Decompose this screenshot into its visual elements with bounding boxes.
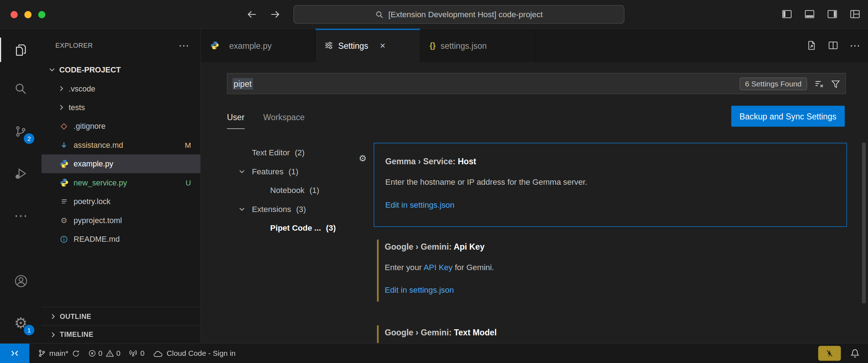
git-file-icon: [59, 122, 69, 131]
split-editor-icon[interactable]: [828, 41, 838, 51]
backup-sync-settings-button[interactable]: Backup and Sync Settings: [731, 106, 845, 127]
tab-settings[interactable]: Settings ×: [316, 29, 421, 62]
close-tab-icon[interactable]: ×: [380, 41, 385, 50]
explorer-header: EXPLORER ⋯: [55, 39, 189, 52]
settings-search-input[interactable]: pipet 6 Settings Found: [227, 73, 846, 94]
notifications-bell-icon[interactable]: [850, 349, 860, 358]
toggle-panel-icon[interactable]: [804, 9, 815, 19]
search-icon: [375, 10, 383, 19]
source-control-icon[interactable]: 2: [0, 118, 42, 145]
scope-tab-workspace[interactable]: Workspace: [263, 105, 304, 129]
git-status-badge: U: [186, 179, 191, 187]
extension-host-profile-item[interactable]: [818, 346, 841, 361]
window-title: [Extension Development Host] code-projec…: [388, 10, 543, 19]
tree-root-folder[interactable]: CODE-PROJECT: [42, 60, 201, 79]
tree-item-readme-md[interactable]: README.md: [42, 230, 201, 248]
setting-description: Enter the hostname or IP address for the…: [385, 176, 846, 188]
settings-body: Text Editor(2) Features(1) Notebook(1) E…: [201, 143, 868, 343]
lightning-slash-icon: [825, 349, 834, 357]
title-bar: [Extension Development Host] code-projec…: [0, 0, 868, 29]
python-file-icon: [59, 159, 69, 169]
setting-title: Google › Gemini: Text Model: [385, 327, 847, 338]
branch-status-item[interactable]: main*: [38, 349, 79, 357]
chevron-right-icon: [49, 312, 58, 321]
explorer-icon[interactable]: [0, 37, 42, 63]
explorer-sidebar: EXPLORER ⋯ CODE-PROJECT .vscode tests: [42, 29, 201, 343]
timeline-section[interactable]: TIMELINE: [42, 325, 201, 343]
back-icon[interactable]: [246, 8, 258, 20]
toc-item-text-editor[interactable]: Text Editor(2): [201, 143, 367, 162]
tree-item-vscode[interactable]: .vscode: [42, 79, 201, 98]
python-file-icon: [59, 178, 69, 187]
search-query-text: pipet: [233, 78, 253, 89]
command-center[interactable]: [Extension Development Host] code-projec…: [293, 5, 624, 24]
warning-icon: [106, 349, 114, 357]
settings-scope-bar: User Workspace Backup and Sync Settings: [227, 105, 845, 133]
setting-google-gemini-api-key[interactable]: Google › Gemini: Api Key Enter your API …: [374, 238, 847, 303]
run-debug-icon[interactable]: [0, 160, 42, 187]
tab-bar: example.py Settings × {} settings.json ⋯: [201, 29, 868, 62]
toc-item-notebook[interactable]: Notebook(1): [201, 181, 367, 199]
git-branch-icon: [38, 349, 46, 357]
zoom-window-button[interactable]: [38, 11, 45, 18]
editor-actions: ⋯: [807, 29, 860, 62]
minimize-window-button[interactable]: [24, 11, 32, 18]
scope-tab-user[interactable]: User: [227, 105, 244, 129]
chevron-down-icon: [238, 167, 247, 176]
markdown-file-icon: [59, 140, 69, 150]
toc-item-features[interactable]: Features(1): [201, 162, 367, 181]
toc-item-extensions[interactable]: Extensions(3): [201, 200, 367, 218]
accounts-icon[interactable]: [0, 268, 42, 294]
tree-item-assistance-md[interactable]: assistance.md M: [42, 136, 201, 154]
error-icon: [88, 349, 96, 357]
settings-badge: 1: [24, 325, 34, 335]
tree-item-tests[interactable]: tests: [42, 98, 201, 117]
main-area: 2 ⋯ ⚙ 1 EXPLORER ⋯: [0, 29, 868, 343]
scm-badge: 2: [24, 133, 34, 144]
activity-bar: 2 ⋯ ⚙ 1: [0, 29, 42, 343]
forward-icon[interactable]: [269, 8, 281, 20]
problems-status-item[interactable]: 0 0: [88, 349, 120, 357]
chevron-right-icon: [49, 330, 58, 339]
edit-in-settings-json-link[interactable]: Edit in settings.json: [385, 199, 846, 210]
remote-indicator[interactable]: [0, 344, 29, 363]
tree-item-example-py[interactable]: example.py: [42, 154, 201, 173]
setting-google-gemini-text-model[interactable]: Google › Gemini: Text Model: [374, 324, 847, 343]
tab-settings-json[interactable]: {} settings.json: [421, 29, 535, 62]
setting-title: Gemma › Service: Host: [385, 156, 846, 167]
open-settings-json-icon[interactable]: [807, 41, 817, 51]
more-views-icon[interactable]: ⋯: [0, 203, 42, 229]
scrollbar[interactable]: [862, 143, 866, 303]
toggle-secondary-sidebar-icon[interactable]: [827, 9, 837, 19]
explorer-title: EXPLORER: [55, 42, 93, 50]
tree-item-new-service-py[interactable]: new_service.py U: [42, 173, 201, 192]
setting-edit-gear-icon[interactable]: ⚙: [359, 154, 367, 163]
settings-sliders-icon: [325, 41, 333, 50]
sync-icon: [72, 349, 80, 357]
settings-editor: pipet 6 Settings Found User Workspace Ba…: [201, 62, 868, 343]
edit-in-settings-json-link[interactable]: Edit in settings.json: [385, 284, 847, 296]
clear-search-filters-icon[interactable]: [814, 79, 823, 88]
tab-example-py[interactable]: example.py: [201, 29, 316, 62]
close-window-button[interactable]: [10, 11, 18, 18]
more-actions-icon[interactable]: ⋯: [850, 40, 860, 51]
outline-section[interactable]: OUTLINE: [42, 307, 201, 325]
toc-item-pipet-code[interactable]: Pipet Code ...(3): [201, 218, 367, 237]
explorer-actions-icon[interactable]: ⋯: [179, 40, 190, 51]
cloud-code-status-item[interactable]: Cloud Code - Sign in: [153, 349, 236, 357]
status-bar-right: [818, 346, 860, 361]
ports-status-item[interactable]: 0: [129, 349, 145, 357]
chevron-down-icon: [48, 65, 57, 74]
layout-controls: [781, 9, 860, 19]
customize-layout-icon[interactable]: [850, 9, 860, 19]
settings-gear-icon[interactable]: ⚙ 1: [0, 309, 42, 336]
toggle-sidebar-icon[interactable]: [781, 9, 792, 19]
tree-item-gitignore[interactable]: .gitignore: [42, 117, 201, 136]
tree-item-poetry-lock[interactable]: poetry.lock: [42, 192, 201, 211]
results-count-badge: 6 Settings Found: [739, 77, 807, 90]
search-view-icon[interactable]: [0, 75, 42, 102]
api-key-link[interactable]: API Key: [424, 263, 453, 272]
setting-gemma-service-host[interactable]: ⚙ Gemma › Service: Host Enter the hostna…: [374, 143, 847, 227]
tree-item-pyproject-toml[interactable]: ⚙ pyproject.toml: [42, 211, 201, 230]
filter-icon[interactable]: [831, 79, 840, 88]
